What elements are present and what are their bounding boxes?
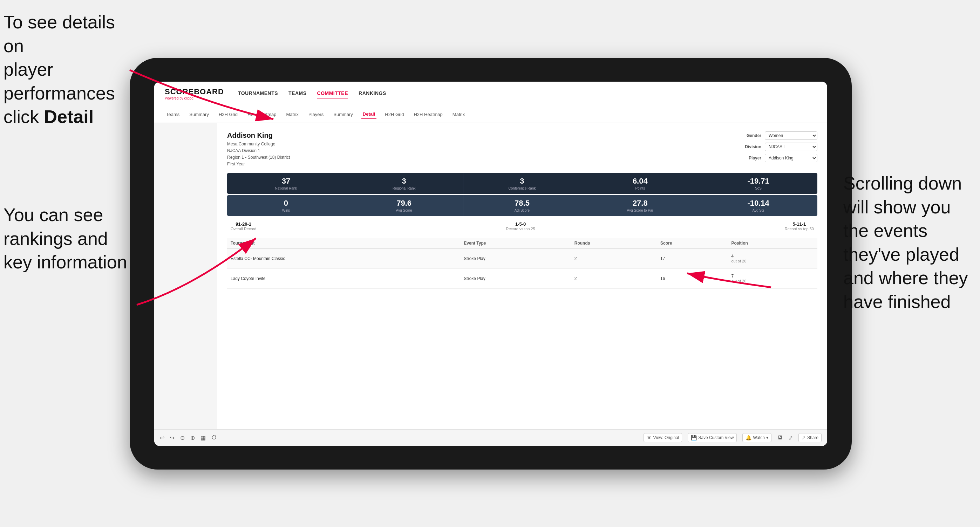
top-nav: SCOREBOARD Powered by clippd TOURNAMENTS… bbox=[154, 82, 827, 106]
stat-sos-label: SoS bbox=[702, 186, 815, 190]
subnav-teams[interactable]: Teams bbox=[165, 110, 181, 119]
stat-regional-rank: 3 Regional Rank bbox=[345, 173, 463, 194]
main-content: Addison King Mesa Community College NJCA… bbox=[154, 123, 827, 429]
record-overall-label: Overall Record bbox=[231, 227, 256, 231]
logo-text: SCOREBOARD bbox=[165, 87, 224, 96]
col-score: Score bbox=[657, 238, 728, 249]
stat-national-rank-label: National Rank bbox=[230, 186, 342, 190]
stat-avg-score-par: 27.8 Avg Score to Par bbox=[581, 195, 699, 216]
tablet-frame: SCOREBOARD Powered by clippd TOURNAMENTS… bbox=[130, 58, 852, 470]
watch-button[interactable]: 🔔 Watch ▾ bbox=[742, 433, 772, 442]
zoom-in-icon[interactable]: ⊕ bbox=[190, 435, 195, 441]
player-name: Addison King bbox=[227, 132, 290, 140]
record-top25: 1-5-0 Record vs top 25 bbox=[506, 221, 535, 231]
player-controls: Gender Women Division NJCAA I bbox=[740, 132, 818, 162]
stat-adj-score-value: 78.5 bbox=[466, 199, 578, 208]
subnav-h2h-heatmap[interactable]: H2H Heatmap bbox=[246, 110, 278, 119]
eye-icon: 👁 bbox=[647, 435, 652, 440]
expand-icon[interactable]: ⤢ bbox=[788, 435, 793, 441]
subnav-detail[interactable]: Detail bbox=[361, 110, 376, 119]
stats-grid-row2: 0 Wins 79.6 Avg Score 78.5 Adj Score 27.… bbox=[227, 195, 818, 216]
stat-national-rank: 37 National Rank bbox=[227, 173, 345, 194]
tournament-name-2: Lady Coyote Invite bbox=[227, 269, 460, 289]
clock-icon[interactable]: ⏱ bbox=[212, 435, 217, 441]
record-overall-value: 91-20-1 bbox=[231, 221, 256, 227]
event-type-1: Stroke Play bbox=[460, 249, 571, 269]
layout-icon[interactable]: ▦ bbox=[200, 435, 206, 441]
stat-avg-sg: -10.14 Avg SG bbox=[699, 195, 818, 216]
record-top50: 5-11-1 Record vs top 50 bbox=[785, 221, 814, 231]
subnav-h2h-grid2[interactable]: H2H Grid bbox=[383, 110, 405, 119]
col-tournament: Tournament bbox=[227, 238, 460, 249]
annotation-bottomleft: You can see rankings and key information bbox=[3, 203, 137, 275]
sub-nav: Teams Summary H2H Grid H2H Heatmap Matri… bbox=[154, 106, 827, 123]
stat-conference-rank-label: Conference Rank bbox=[466, 186, 578, 190]
stat-avg-score: 79.6 Avg Score bbox=[345, 195, 463, 216]
player-label: Player bbox=[740, 156, 761, 160]
player-division: NJCAA Division 1 bbox=[227, 148, 290, 154]
player-info: Addison King Mesa Community College NJCA… bbox=[227, 132, 290, 168]
records-row: 91-20-1 Overall Record 1-5-0 Record vs t… bbox=[227, 221, 818, 231]
nav-teams[interactable]: TEAMS bbox=[288, 89, 307, 98]
table-row: Lady Coyote Invite Stroke Play 2 16 7 ou… bbox=[227, 269, 818, 289]
stat-avg-score-label: Avg Score bbox=[348, 208, 460, 212]
player-select[interactable]: Addison King bbox=[765, 154, 818, 162]
subnav-matrix2[interactable]: Matrix bbox=[451, 110, 466, 119]
rounds-2: 2 bbox=[571, 269, 657, 289]
subnav-summary[interactable]: Summary bbox=[188, 110, 210, 119]
record-top50-label: Record vs top 50 bbox=[785, 227, 814, 231]
subnav-matrix[interactable]: Matrix bbox=[285, 110, 300, 119]
score-2: 16 bbox=[657, 269, 728, 289]
bell-icon: 🔔 bbox=[746, 435, 751, 440]
nav-rankings[interactable]: RANKINGS bbox=[359, 89, 386, 98]
stat-wins: 0 Wins bbox=[227, 195, 345, 216]
stat-conference-rank: 3 Conference Rank bbox=[463, 173, 581, 194]
subnav-players[interactable]: Players bbox=[307, 110, 325, 119]
gender-row: Gender Women bbox=[740, 132, 818, 140]
share-icon: ↗ bbox=[802, 435, 806, 440]
stat-adj-score-label: Adj Score bbox=[466, 208, 578, 212]
view-original-button[interactable]: 👁 View: Original bbox=[644, 433, 682, 442]
undo-icon[interactable]: ↩ bbox=[160, 435, 164, 441]
event-type-2: Stroke Play bbox=[460, 269, 571, 289]
nav-tournaments[interactable]: TOURNAMENTS bbox=[238, 89, 278, 98]
annotation-bottomright: Scrolling down will show you the events … bbox=[843, 172, 977, 314]
stat-national-rank-value: 37 bbox=[230, 176, 342, 186]
stat-regional-rank-label: Regional Rank bbox=[348, 186, 460, 190]
logo-area: SCOREBOARD Powered by clippd bbox=[165, 87, 224, 100]
zoom-out-icon[interactable]: ⊖ bbox=[180, 435, 185, 441]
content-panel: Addison King Mesa Community College NJCA… bbox=[217, 123, 827, 429]
stat-avg-score-par-label: Avg Score to Par bbox=[584, 208, 696, 212]
stat-wins-value: 0 bbox=[230, 199, 342, 208]
score-1: 17 bbox=[657, 249, 728, 269]
stat-sos: -19.71 SoS bbox=[699, 173, 818, 194]
subnav-h2h-grid[interactable]: H2H Grid bbox=[217, 110, 239, 119]
division-row: Division NJCAA I bbox=[740, 143, 818, 151]
rounds-1: 2 bbox=[571, 249, 657, 269]
save-custom-view-button[interactable]: 💾 Save Custom View bbox=[688, 433, 737, 442]
stat-avg-sg-value: -10.14 bbox=[702, 199, 815, 208]
subnav-h2h-heatmap2[interactable]: H2H Heatmap bbox=[412, 110, 444, 119]
stat-regional-rank-value: 3 bbox=[348, 176, 460, 186]
division-label: Division bbox=[740, 144, 761, 149]
stat-avg-score-value: 79.6 bbox=[348, 199, 460, 208]
gender-label: Gender bbox=[740, 133, 761, 138]
annotation-topleft: To see details on player performances cl… bbox=[3, 11, 137, 129]
tournament-name-1: Estella CC- Mountain Classic bbox=[227, 249, 460, 269]
main-nav: TOURNAMENTS TEAMS COMMITTEE RANKINGS bbox=[238, 89, 386, 98]
subnav-summary2[interactable]: Summary bbox=[332, 110, 354, 119]
screen-icon[interactable]: 🖥 bbox=[777, 435, 783, 441]
redo-icon[interactable]: ↪ bbox=[170, 435, 175, 441]
share-button[interactable]: ↗ Share bbox=[799, 433, 822, 442]
record-top25-value: 1-5-0 bbox=[506, 221, 535, 227]
table-row: Estella CC- Mountain Classic Stroke Play… bbox=[227, 249, 818, 269]
division-select[interactable]: NJCAA I bbox=[765, 143, 818, 151]
bottom-toolbar: ↩ ↪ ⊖ ⊕ ▦ ⏱ 👁 View: Original 💾 Save Cust… bbox=[154, 429, 827, 446]
tournament-table: Tournament Event Type Rounds Score Posit… bbox=[227, 238, 818, 289]
nav-committee[interactable]: COMMITTEE bbox=[317, 89, 348, 98]
gender-select[interactable]: Women bbox=[765, 132, 818, 140]
stat-wins-label: Wins bbox=[230, 208, 342, 212]
record-overall: 91-20-1 Overall Record bbox=[231, 221, 256, 231]
position-2: 7 out of 20 bbox=[728, 269, 818, 289]
save-icon: 💾 bbox=[691, 435, 697, 440]
